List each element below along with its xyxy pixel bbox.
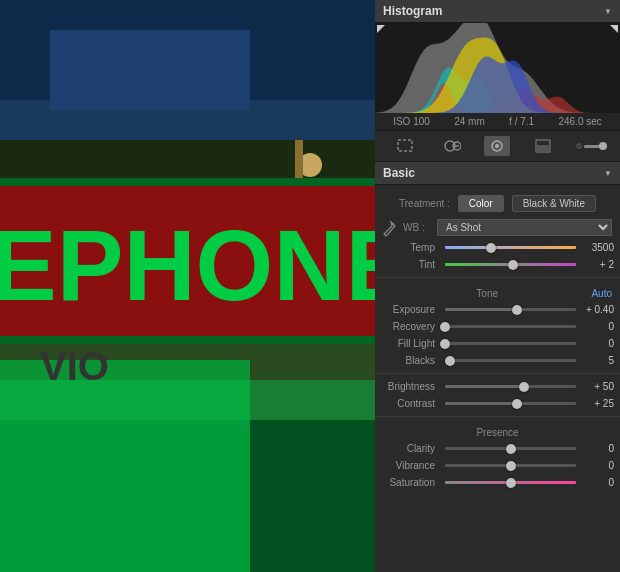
- wb-select[interactable]: As Shot: [437, 219, 612, 236]
- tint-row: Tint + 2: [375, 256, 620, 273]
- tone-title: Tone: [383, 288, 591, 299]
- spot-removal-btn[interactable]: [439, 136, 465, 156]
- temp-thumb[interactable]: [486, 243, 496, 253]
- bw-btn[interactable]: Black & White: [512, 195, 596, 212]
- blacks-track[interactable]: [445, 359, 576, 362]
- recovery-thumb[interactable]: [440, 322, 450, 332]
- eyedropper-tool[interactable]: [383, 220, 399, 236]
- clarity-row: Clarity 0: [375, 440, 620, 457]
- brightness-value: + 50: [580, 381, 614, 392]
- tint-thumb[interactable]: [508, 260, 518, 270]
- exposure-row: Exposure + 0.40: [375, 301, 620, 318]
- histogram-container: [375, 23, 620, 113]
- treatment-label: Treatment :: [399, 198, 450, 209]
- red-eye-btn[interactable]: [484, 136, 510, 156]
- svg-rect-7: [536, 145, 550, 152]
- brightness-track[interactable]: [445, 385, 576, 388]
- histogram-meta: ISO 100 24 mm f / 7.1 246.0 sec: [375, 113, 620, 131]
- histogram-title: Histogram: [383, 4, 442, 18]
- clarity-track[interactable]: [445, 447, 576, 450]
- histogram-header[interactable]: Histogram ▼: [375, 0, 620, 23]
- saturation-label: Saturation: [383, 477, 441, 488]
- tint-track[interactable]: [445, 263, 576, 266]
- treatment-row: Treatment : Color Black & White: [375, 191, 620, 216]
- contrast-track[interactable]: [445, 402, 576, 405]
- histogram-section: Histogram ▼ ISO 100 24 mm f / 7.1 246.0 …: [375, 0, 620, 131]
- crop-tool-btn[interactable]: [393, 136, 419, 156]
- divider-3: [375, 416, 620, 417]
- basic-content: Treatment : Color Black & White WB : As …: [375, 185, 620, 497]
- vibrance-row: Vibrance 0: [375, 457, 620, 474]
- histogram-canvas: [375, 23, 620, 113]
- clarity-label: Clarity: [383, 443, 441, 454]
- wb-label: WB :: [403, 222, 433, 233]
- adjustment-brush-btn[interactable]: [576, 136, 602, 156]
- blacks-value: 5: [580, 355, 614, 366]
- contrast-thumb[interactable]: [512, 399, 522, 409]
- exposure-value: + 0.40: [580, 304, 614, 315]
- blacks-thumb[interactable]: [445, 356, 455, 366]
- basic-title: Basic: [383, 166, 415, 180]
- exposure-track[interactable]: [445, 308, 576, 311]
- fill-light-thumb[interactable]: [440, 339, 450, 349]
- tint-value: + 2: [580, 259, 614, 270]
- presence-title: Presence: [383, 427, 612, 438]
- brightness-row: Brightness + 50: [375, 378, 620, 395]
- saturation-row: Saturation 0: [375, 474, 620, 491]
- fill-light-track[interactable]: [445, 342, 576, 345]
- histogram-collapse-icon[interactable]: ▼: [604, 7, 612, 16]
- temp-track[interactable]: [445, 246, 576, 249]
- recovery-row: Recovery 0: [375, 318, 620, 335]
- contrast-value: + 25: [580, 398, 614, 409]
- divider-1: [375, 277, 620, 278]
- clarity-value: 0: [580, 443, 614, 454]
- presence-group-label: Presence: [375, 421, 620, 440]
- contrast-label: Contrast: [383, 398, 441, 409]
- clarity-thumb[interactable]: [506, 444, 516, 454]
- aperture-value: f / 7.1: [509, 116, 534, 127]
- svg-point-5: [495, 144, 499, 148]
- recovery-track[interactable]: [445, 325, 576, 328]
- fill-light-label: Fill Light: [383, 338, 441, 349]
- temp-label: Temp: [383, 242, 441, 253]
- blacks-label: Blacks: [383, 355, 441, 366]
- tone-auto-btn[interactable]: Auto: [591, 288, 612, 299]
- recovery-label: Recovery: [383, 321, 441, 332]
- basic-collapse-icon[interactable]: ▼: [604, 169, 612, 178]
- vibrance-value: 0: [580, 460, 614, 471]
- right-panel: Histogram ▼ ISO 100 24 mm f / 7.1 246.0 …: [375, 0, 620, 572]
- fill-light-row: Fill Light 0: [375, 335, 620, 352]
- blacks-row: Blacks 5: [375, 352, 620, 369]
- svg-rect-0: [398, 140, 412, 151]
- brightness-label: Brightness: [383, 381, 441, 392]
- saturation-track[interactable]: [445, 481, 576, 484]
- brightness-thumb[interactable]: [519, 382, 529, 392]
- tools-row: [375, 131, 620, 162]
- photo-panel: [0, 0, 375, 572]
- tint-label: Tint: [383, 259, 441, 270]
- iso-value: ISO 100: [393, 116, 430, 127]
- temp-row: Temp 3500: [375, 239, 620, 256]
- graduated-filter-btn[interactable]: [530, 136, 556, 156]
- wb-row: WB : As Shot: [403, 219, 612, 236]
- focal-value: 24 mm: [454, 116, 485, 127]
- recovery-value: 0: [580, 321, 614, 332]
- vibrance-track[interactable]: [445, 464, 576, 467]
- vibrance-thumb[interactable]: [506, 461, 516, 471]
- divider-2: [375, 373, 620, 374]
- temp-value: 3500: [580, 242, 614, 253]
- basic-section: Basic ▼ Treatment : Color Black & White: [375, 162, 620, 572]
- shutter-value: 246.0 sec: [558, 116, 601, 127]
- color-btn[interactable]: Color: [458, 195, 504, 212]
- photo-canvas: [0, 0, 375, 572]
- basic-header[interactable]: Basic ▼: [375, 162, 620, 185]
- saturation-value: 0: [580, 477, 614, 488]
- exposure-thumb[interactable]: [512, 305, 522, 315]
- tone-group-label: Tone Auto: [375, 282, 620, 301]
- fill-light-value: 0: [580, 338, 614, 349]
- exposure-label: Exposure: [383, 304, 441, 315]
- contrast-row: Contrast + 25: [375, 395, 620, 412]
- saturation-thumb[interactable]: [506, 478, 516, 488]
- vibrance-label: Vibrance: [383, 460, 441, 471]
